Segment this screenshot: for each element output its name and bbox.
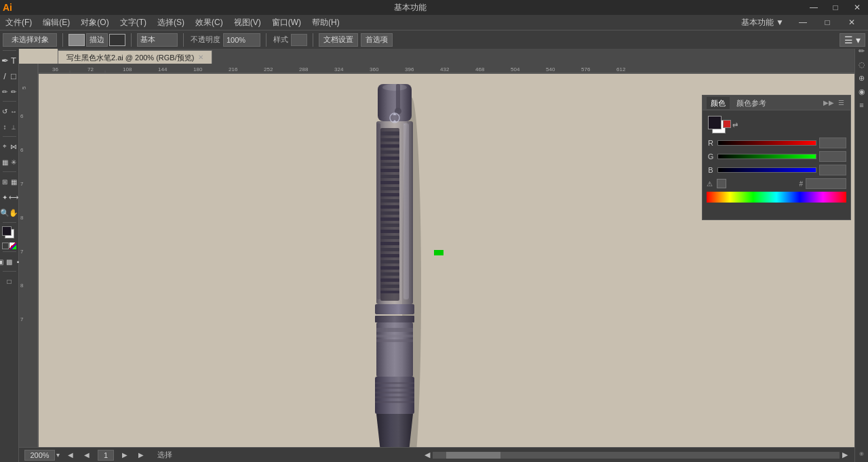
paintbrush-tool[interactable]: ✏: [1, 84, 9, 99]
in-gamut-swatch[interactable]: [717, 179, 726, 188]
menu-select[interactable]: 选择(S): [152, 15, 190, 30]
hand-tool[interactable]: ✋: [9, 205, 18, 220]
type-tool[interactable]: T: [9, 53, 18, 68]
page-next-btn[interactable]: ▶: [119, 450, 130, 461]
color-reference-tab[interactable]: 颜色参考: [732, 97, 770, 109]
menu-maximize-btn[interactable]: □: [816, 15, 838, 30]
menu-help[interactable]: 帮助(H): [307, 15, 345, 30]
rect-tool[interactable]: □: [9, 68, 18, 83]
screen-mode2[interactable]: ▩: [5, 254, 14, 269]
stroke-width-select[interactable]: 基本: [137, 33, 178, 47]
scroll-left-btn[interactable]: ◀: [423, 451, 431, 459]
b-value[interactable]: [819, 165, 846, 175]
none-color-btn[interactable]: [2, 243, 9, 249]
flare-tool[interactable]: ✳: [9, 154, 18, 169]
right-panel-scroll-thumb[interactable]: ◉: [856, 447, 868, 459]
blend-tool[interactable]: ⋈: [9, 139, 18, 154]
warp-tool[interactable]: ⌖: [1, 139, 9, 154]
page-prev-btn[interactable]: ◀: [65, 450, 76, 461]
close-button[interactable]: ✕: [846, 0, 868, 15]
active-color[interactable]: [723, 120, 731, 128]
r-value[interactable]: [819, 138, 846, 148]
right-panel-btn4[interactable]: ◌: [856, 58, 868, 70]
page-prev2-btn[interactable]: ◀: [81, 450, 92, 461]
swap-colors-icon[interactable]: ⇄: [732, 121, 738, 129]
menu-minimize-btn[interactable]: —: [792, 15, 814, 30]
measure-tool[interactable]: ⟷: [9, 190, 18, 205]
zoom-dropdown-icon[interactable]: ▾: [56, 451, 60, 459]
scale-shear-group: ↕ ⟂: [1, 119, 18, 134]
mesh-tool[interactable]: ⊞: [1, 174, 9, 189]
menu-object[interactable]: 对象(O): [75, 15, 114, 30]
sep1: [62, 33, 63, 47]
ruler-top: 36 72 108 144 180 216 252 288 324 360 39…: [39, 64, 854, 74]
panel-menu-btn[interactable]: ☰: [835, 98, 846, 108]
extra-btn[interactable]: ☰ ▾: [840, 33, 865, 47]
screen-mode1[interactable]: ▣: [0, 254, 5, 269]
g-slider[interactable]: [717, 154, 816, 159]
gradient-color-btn[interactable]: [9, 243, 16, 249]
control-bar: 未选择对象 描边 基本 不透明度 100% 样式 文档设置 首选项 ☰ ▾: [0, 30, 868, 49]
right-panel-btn5[interactable]: ⊕: [856, 72, 868, 84]
menu-edit[interactable]: 编辑(E): [37, 15, 75, 30]
style-swatch[interactable]: [291, 34, 307, 46]
menu-close-btn[interactable]: ✕: [841, 15, 863, 30]
menu-type[interactable]: 文字(T): [115, 15, 152, 30]
r-slider[interactable]: [717, 140, 816, 146]
minimize-button[interactable]: —: [803, 0, 825, 15]
pencil-tool[interactable]: ✏: [9, 84, 18, 99]
shear-tool[interactable]: ⟂: [9, 119, 18, 134]
screen-mode3[interactable]: ▪: [14, 254, 22, 269]
prefs-btn[interactable]: 首选项: [361, 33, 393, 47]
tool-sep-4: [3, 171, 16, 172]
pen-tool[interactable]: ✒: [1, 53, 9, 68]
fill-swatch[interactable]: [68, 34, 85, 46]
status-bar: ▾ ◀ ◀ ▶ ▶ 选择 ◀ ▶: [19, 447, 854, 462]
column-chart-tool[interactable]: ▦: [1, 154, 9, 169]
fg-color[interactable]: [708, 116, 722, 129]
tab-close-btn[interactable]: ✕: [198, 51, 203, 64]
fg-color-swatch[interactable]: [2, 226, 12, 236]
right-panel-btn6[interactable]: ◉: [856, 85, 868, 98]
svg-rect-52: [380, 217, 399, 221]
opacity-select[interactable]: 100%: [223, 33, 260, 47]
scrollbar-track[interactable]: [433, 452, 840, 459]
line-tool[interactable]: /: [1, 68, 9, 83]
svg-rect-72: [376, 339, 413, 342]
menu-effect[interactable]: 效果(C): [190, 15, 229, 30]
menu-file[interactable]: 文件(F): [0, 15, 37, 30]
reflect-tool[interactable]: ↔: [9, 104, 18, 119]
horizontal-scroll: ◀ ▶: [423, 451, 849, 459]
right-panel-btn7[interactable]: ≡: [856, 99, 868, 111]
page-next2-btn[interactable]: ▶: [136, 450, 146, 461]
scale-tool[interactable]: ↕: [1, 119, 9, 134]
g-value[interactable]: [819, 151, 846, 162]
svg-rect-46: [380, 181, 399, 184]
color-spectrum-bar[interactable]: [707, 192, 846, 203]
svg-text:72: 72: [87, 66, 94, 72]
b-slider[interactable]: [717, 167, 816, 173]
scroll-right-btn[interactable]: ▶: [841, 451, 849, 459]
color-tab[interactable]: 颜色: [707, 97, 730, 109]
workspace-selector[interactable]: 基本功能 ▼: [736, 15, 789, 30]
zoom-input[interactable]: [24, 450, 55, 461]
gradient-tool[interactable]: ▦: [9, 174, 18, 189]
svg-text:180: 180: [193, 66, 203, 72]
hex-input[interactable]: [806, 178, 846, 189]
menu-view[interactable]: 视图(V): [229, 15, 267, 30]
panel-expand-btn[interactable]: ▶▶: [823, 98, 834, 108]
stroke-swatch[interactable]: [109, 34, 125, 46]
artboard-tool[interactable]: □: [1, 274, 18, 289]
svg-rect-74: [375, 382, 414, 384]
svg-rect-43: [380, 163, 399, 166]
page-number-input[interactable]: [98, 450, 114, 461]
svg-text:216: 216: [229, 66, 238, 72]
maximize-button[interactable]: □: [825, 0, 846, 15]
rotate-tool[interactable]: ↺: [1, 104, 9, 119]
menu-window[interactable]: 窗口(W): [267, 15, 307, 30]
active-document-tab[interactable]: 写生黑色水笔2.ai @ 200% (RGB/预览) ✕: [58, 50, 212, 64]
doc-settings-btn[interactable]: 文档设置: [319, 33, 358, 47]
zoom-tool[interactable]: 🔍: [1, 205, 9, 220]
scrollbar-thumb[interactable]: [446, 452, 500, 459]
eyedropper-tool[interactable]: ✦: [1, 190, 9, 205]
